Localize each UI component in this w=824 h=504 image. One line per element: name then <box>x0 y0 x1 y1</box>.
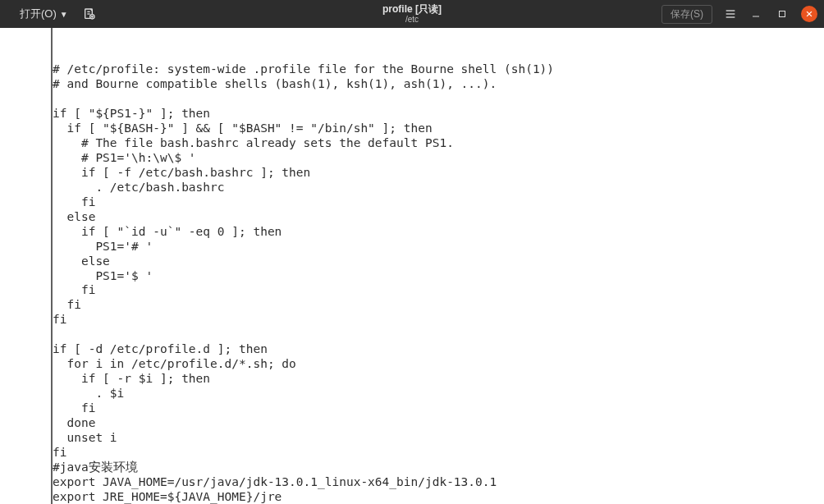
editor-content[interactable]: # /etc/profile: system-wide .profile fil… <box>53 62 817 504</box>
titlebar-left: 打开(O) ▼ <box>20 7 96 21</box>
text-editor[interactable]: # /etc/profile: system-wide .profile fil… <box>51 28 817 504</box>
minimize-button[interactable] <box>748 7 763 21</box>
close-button[interactable] <box>801 6 817 22</box>
svg-rect-10 <box>780 11 785 17</box>
save-button[interactable]: 保存(S) <box>661 5 712 24</box>
hamburger-menu-icon[interactable] <box>724 7 737 21</box>
save-button-label: 保存(S) <box>671 8 703 20</box>
window-titlebar: 打开(O) ▼ profile [只读] /etc 保存(S) <box>0 0 824 28</box>
title-sub: /etc <box>382 15 442 24</box>
new-document-icon[interactable] <box>83 7 96 21</box>
title-main: profile [只读] <box>382 4 442 15</box>
caret-down-icon: ▼ <box>60 10 68 19</box>
open-button[interactable]: 打开(O) ▼ <box>20 7 68 21</box>
titlebar-right: 保存(S) <box>661 5 817 24</box>
maximize-button[interactable] <box>775 7 790 21</box>
open-button-label: 打开(O) <box>20 7 57 21</box>
window-title: profile [只读] /etc <box>382 0 442 28</box>
